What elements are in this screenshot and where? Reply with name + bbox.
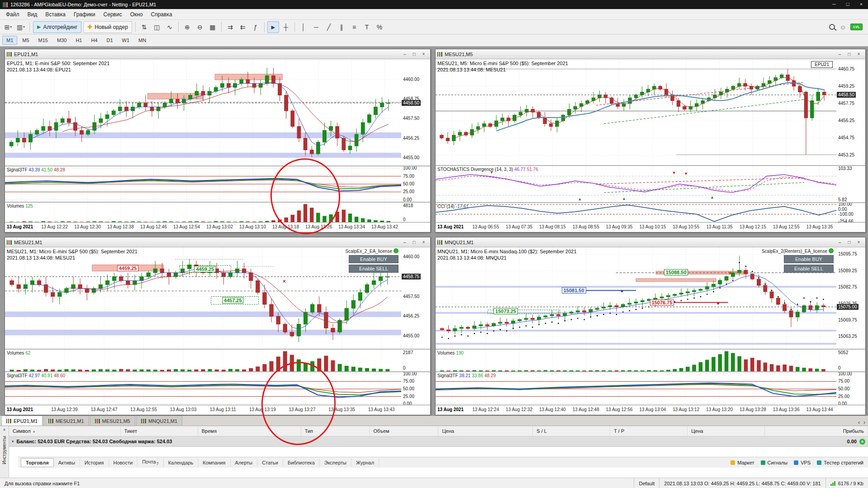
toolbox-tab-Алерты[interactable]: Алерты bbox=[231, 459, 258, 467]
epu21-m1-signal-pane[interactable]: Signal3TF 43.39 41.50 48.28 bbox=[5, 166, 401, 202]
timeframe-button-M30[interactable]: M30 bbox=[53, 36, 71, 45]
text-label-icon[interactable]: T bbox=[361, 21, 373, 33]
time-axis[interactable]: 13 Aug 202113 Aug 06:5513 Aug 07:3513 Au… bbox=[436, 222, 865, 232]
objects-icon[interactable]: % bbox=[374, 21, 385, 33]
menu-item-Вставка[interactable]: Вставка bbox=[41, 10, 70, 19]
window-close-button[interactable]: × bbox=[854, 238, 863, 246]
column-header-S / L[interactable]: S / L bbox=[533, 426, 610, 436]
timeframe-button-M15[interactable]: M15 bbox=[34, 36, 52, 45]
epu21-m1-volumes-pane[interactable]: Volumes 125 bbox=[5, 203, 401, 223]
column-header-Цена[interactable]: Цена bbox=[688, 426, 765, 436]
chart-tab-EPU21,M1[interactable]: EPU21,M1 bbox=[1, 416, 43, 426]
chart-shift-icon[interactable]: ⇇ bbox=[237, 21, 249, 33]
window-minimize-button[interactable]: – bbox=[835, 238, 844, 246]
new-order-button[interactable]: ✚Новый ордер bbox=[83, 21, 132, 33]
close-button[interactable]: × bbox=[854, 0, 868, 9]
column-header-Время[interactable]: Время bbox=[198, 426, 301, 436]
menu-item-Вид[interactable]: Вид bbox=[24, 10, 42, 19]
price-axis[interactable]: 4460.004458.754457.504456.254455.004458.… bbox=[401, 247, 430, 406]
price-axis[interactable]: 4460.004458.754457.504456.254455.004458.… bbox=[401, 59, 430, 223]
toolbox-tab-Новости[interactable]: Новости bbox=[109, 459, 138, 467]
mesu21-m5-stoch-pane[interactable]: ▼▲▲▼▼▲STOCHASTICS Divergence (14, 3, 3) … bbox=[436, 166, 836, 202]
menu-item-Графики[interactable]: Графики bbox=[70, 10, 100, 19]
timeframe-button-H4[interactable]: H4 bbox=[87, 36, 101, 45]
vertical-line-icon[interactable]: │ bbox=[298, 21, 309, 33]
column-header-Прибыль[interactable]: Прибыль bbox=[765, 426, 868, 436]
chart-tab-MNQU21,M1[interactable]: MNQU21,M1 bbox=[136, 416, 182, 426]
mesu21-m5-price-pane[interactable]: MESU21, M5: Micro E-mini S&P 500 ($5): S… bbox=[436, 59, 836, 165]
chart-window-titlebar[interactable]: MNQU21,M1–□× bbox=[436, 237, 865, 247]
time-axis[interactable]: 13 Aug 202113 Aug 12:3913 Aug 12:4713 Au… bbox=[5, 405, 430, 414]
toolbox-tab-История[interactable]: История bbox=[80, 459, 109, 467]
enable-sell-button[interactable]: Enable SELL bbox=[349, 265, 398, 273]
timeframe-button-W1[interactable]: W1 bbox=[118, 36, 134, 45]
collapse-arrow-icon[interactable]: ▾ bbox=[12, 439, 14, 444]
column-header-Тип[interactable]: Тип bbox=[301, 426, 370, 436]
zoom-out-icon[interactable]: ⊖ bbox=[194, 21, 206, 33]
window-close-button[interactable]: × bbox=[854, 50, 863, 58]
toolbox-tab-Статьи[interactable]: Статьи bbox=[257, 459, 283, 467]
enable-buy-button[interactable]: Enable BUY bbox=[784, 255, 834, 263]
column-header-T / P[interactable]: T / P bbox=[610, 426, 688, 436]
toolbox-tab-Почта[interactable]: Почта7 bbox=[138, 458, 164, 467]
profiles-icon[interactable]: ▥▾ bbox=[15, 21, 27, 33]
service-Маркет[interactable]: Маркет bbox=[730, 460, 754, 465]
menu-item-Окно[interactable]: Окно bbox=[126, 10, 147, 19]
timeframe-button-D1[interactable]: D1 bbox=[103, 36, 117, 45]
toolbox-close-icon[interactable]: × bbox=[3, 426, 5, 433]
line-mode-icon[interactable]: ∿ bbox=[164, 21, 175, 33]
window-maximize-button[interactable]: □ bbox=[409, 50, 419, 58]
menu-item-Справка[interactable]: Справка bbox=[147, 10, 176, 19]
enable-buy-button[interactable]: Enable BUY bbox=[349, 255, 398, 263]
toolbox-tab-Библиотека[interactable]: Библиотека bbox=[283, 459, 320, 467]
service-Тестер стратегий[interactable]: Тестер стратегий bbox=[817, 460, 863, 465]
new-chart-icon[interactable]: ⊞▾ bbox=[2, 21, 14, 33]
auto-scroll-icon[interactable]: ⇉ bbox=[224, 21, 236, 33]
titlebar[interactable]: 1263286 - AMPGlobalEU-Demo: Демо-счет - … bbox=[0, 0, 868, 9]
column-header-Цена[interactable]: Цена bbox=[438, 426, 533, 436]
indicators-icon[interactable]: ƒ bbox=[250, 21, 261, 33]
timeframe-button-M5[interactable]: M5 bbox=[18, 36, 33, 45]
menu-item-Файл[interactable]: Файл bbox=[2, 10, 24, 19]
window-maximize-button[interactable]: □ bbox=[844, 50, 854, 58]
window-minimize-button[interactable]: – bbox=[400, 238, 409, 246]
toolbox-tab-Торговля[interactable]: Торговля bbox=[21, 458, 54, 467]
mnqu21-m1-volumes-pane[interactable]: Volumes 190 bbox=[436, 350, 836, 371]
tab-scroll-left-icon[interactable]: ‹ bbox=[858, 419, 860, 426]
chart-tab-MESU21,M5[interactable]: MESU21,M5 bbox=[90, 416, 135, 426]
fibonacci-icon[interactable]: ≡ bbox=[348, 21, 360, 33]
crosshair-icon[interactable]: ┼ bbox=[280, 21, 292, 33]
timeframe-button-MN[interactable]: MN bbox=[134, 36, 150, 45]
window-maximize-button[interactable]: □ bbox=[844, 238, 854, 246]
toolbox-tab-Эксперты[interactable]: Эксперты bbox=[320, 459, 351, 467]
mesu21-m1-signal-pane[interactable]: Signal3TF 42.97 40.91 48.60 bbox=[5, 372, 401, 406]
search-icon[interactable] bbox=[829, 24, 835, 30]
channel-icon[interactable]: ∥ bbox=[336, 21, 347, 33]
account-icon[interactable]: ☺ bbox=[840, 24, 846, 31]
chart-window-titlebar[interactable]: MESU21,M5–□× bbox=[436, 49, 865, 59]
column-header-Символ[interactable]: Символ▲ bbox=[9, 426, 121, 436]
menu-item-Сервис[interactable]: Сервис bbox=[100, 10, 126, 19]
time-axis[interactable]: 13 Aug 202113 Aug 12:2413 Aug 12:3213 Au… bbox=[436, 405, 865, 414]
column-header-Объем[interactable]: Объем bbox=[370, 426, 439, 436]
window-close-button[interactable]: × bbox=[419, 50, 428, 58]
price-axis[interactable]: 4460.754459.254457.754456.254454.754453.… bbox=[836, 59, 865, 223]
new-trade-plus-icon[interactable]: + bbox=[859, 439, 865, 445]
service-Сигналы[interactable]: Сигналы bbox=[761, 460, 788, 465]
timeframe-button-H1[interactable]: H1 bbox=[71, 36, 86, 45]
chart-window-titlebar[interactable]: EPU21,M1–□× bbox=[5, 49, 430, 59]
tab-scroll-right-icon[interactable]: › bbox=[863, 419, 865, 426]
toolbox-tab-Активы[interactable]: Активы bbox=[54, 459, 80, 467]
mesu21-m1-volumes-pane[interactable]: Volumes 62 bbox=[5, 350, 401, 371]
status-profile[interactable]: Default bbox=[634, 478, 659, 488]
window-maximize-button[interactable]: □ bbox=[409, 238, 419, 246]
tile-windows-icon[interactable]: ▦ bbox=[207, 21, 218, 33]
minimize-button[interactable]: ─ bbox=[827, 0, 841, 9]
toolbox-tab-Журнал[interactable]: Журнал bbox=[351, 459, 379, 467]
time-axis[interactable]: 13 Aug 202113 Aug 12:2213 Aug 12:3013 Au… bbox=[5, 222, 430, 232]
enable-sell-button[interactable]: Enable SELL bbox=[784, 265, 834, 273]
window-close-button[interactable]: × bbox=[419, 238, 428, 246]
column-header-Тикет[interactable]: Тикет bbox=[121, 426, 198, 436]
mesu21-m5-cci-pane[interactable]: CCI (14) -17.61 bbox=[436, 203, 836, 223]
window-minimize-button[interactable]: – bbox=[835, 50, 844, 58]
